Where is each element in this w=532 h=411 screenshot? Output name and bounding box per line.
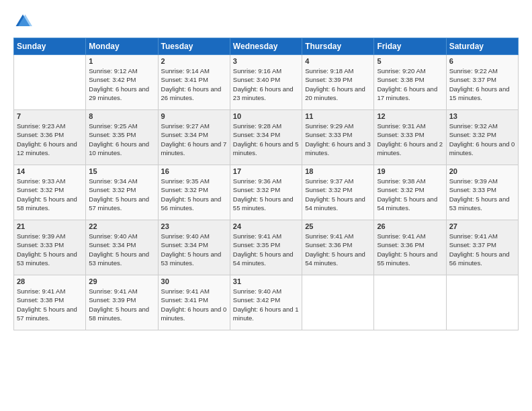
day-number: 11 <box>305 112 371 120</box>
calendar-cell: 1 Sunrise: 9:12 AM Sunset: 3:42 PM Dayli… <box>86 55 158 110</box>
week-row-5: 28 Sunrise: 9:41 AM Sunset: 3:38 PM Dayl… <box>14 275 519 330</box>
sunset-text: Sunset: 3:35 PM <box>89 131 136 138</box>
sunset-text: Sunset: 3:41 PM <box>161 76 208 83</box>
weekday-header-saturday: Saturday <box>446 38 518 55</box>
sunset-text: Sunset: 3:39 PM <box>89 296 136 304</box>
day-info: Sunrise: 9:28 AM Sunset: 3:34 PM Dayligh… <box>233 122 299 157</box>
day-info: Sunrise: 9:20 AM Sunset: 3:38 PM Dayligh… <box>377 66 443 102</box>
day-info: Sunrise: 9:41 AM Sunset: 3:36 PM Dayligh… <box>377 232 443 267</box>
day-info: Sunrise: 9:41 AM Sunset: 3:39 PM Dayligh… <box>89 287 154 322</box>
daylight-text: Daylight: 6 hours and 15 minutes. <box>449 85 510 101</box>
calendar-cell <box>374 275 446 330</box>
calendar-cell: 2 Sunrise: 9:14 AM Sunset: 3:41 PM Dayli… <box>158 55 230 110</box>
calendar-cell: 24 Sunrise: 9:41 AM Sunset: 3:35 PM Dayl… <box>230 220 302 275</box>
sunset-text: Sunset: 3:33 PM <box>305 131 352 138</box>
day-info: Sunrise: 9:29 AM Sunset: 3:33 PM Dayligh… <box>305 122 371 157</box>
day-number: 10 <box>233 112 299 120</box>
calendar-cell: 3 Sunrise: 9:16 AM Sunset: 3:40 PM Dayli… <box>230 55 302 110</box>
day-info: Sunrise: 9:12 AM Sunset: 3:42 PM Dayligh… <box>89 66 154 102</box>
day-info: Sunrise: 9:33 AM Sunset: 3:32 PM Dayligh… <box>17 177 83 212</box>
sunrise-text: Sunrise: 9:27 AM <box>161 122 210 130</box>
sunset-text: Sunset: 3:32 PM <box>305 186 352 193</box>
day-number: 23 <box>161 222 227 230</box>
daylight-text: Daylight: 6 hours and 12 minutes. <box>17 140 77 156</box>
sunset-text: Sunset: 3:39 PM <box>305 76 352 83</box>
day-info: Sunrise: 9:14 AM Sunset: 3:41 PM Dayligh… <box>161 66 227 102</box>
daylight-text: Daylight: 5 hours and 53 minutes. <box>449 195 510 212</box>
sunrise-text: Sunrise: 9:39 AM <box>449 177 498 185</box>
daylight-text: Daylight: 5 hours and 54 minutes. <box>233 250 294 267</box>
weekday-header-wednesday: Wednesday <box>230 38 302 55</box>
day-number: 27 <box>449 222 515 230</box>
calendar: SundayMondayTuesdayWednesdayThursdayFrid… <box>13 38 519 330</box>
sunset-text: Sunset: 3:42 PM <box>89 76 136 83</box>
day-number: 8 <box>89 112 154 120</box>
day-info: Sunrise: 9:39 AM Sunset: 3:33 PM Dayligh… <box>449 177 515 212</box>
day-info: Sunrise: 9:40 AM Sunset: 3:34 PM Dayligh… <box>161 232 227 267</box>
sunrise-text: Sunrise: 9:40 AM <box>89 232 137 240</box>
daylight-text: Daylight: 6 hours and 17 minutes. <box>377 85 437 101</box>
sunrise-text: Sunrise: 9:39 AM <box>17 232 65 240</box>
sunset-text: Sunset: 3:32 PM <box>17 186 64 193</box>
day-number: 13 <box>449 112 515 120</box>
calendar-cell: 26 Sunrise: 9:41 AM Sunset: 3:36 PM Dayl… <box>374 220 446 275</box>
day-number: 30 <box>161 277 227 285</box>
sunrise-text: Sunrise: 9:12 AM <box>89 67 137 75</box>
sunrise-text: Sunrise: 9:40 AM <box>161 232 210 240</box>
day-info: Sunrise: 9:41 AM Sunset: 3:37 PM Dayligh… <box>449 232 515 267</box>
calendar-cell: 30 Sunrise: 9:41 AM Sunset: 3:41 PM Dayl… <box>158 275 230 330</box>
sunset-text: Sunset: 3:41 PM <box>161 296 208 304</box>
daylight-text: Daylight: 6 hours and 0 minutes. <box>161 306 227 322</box>
header <box>13 12 519 31</box>
day-number: 22 <box>89 222 154 230</box>
weekday-header-tuesday: Tuesday <box>158 38 230 55</box>
day-number: 31 <box>233 277 299 285</box>
sunrise-text: Sunrise: 9:41 AM <box>377 232 425 240</box>
day-info: Sunrise: 9:25 AM Sunset: 3:35 PM Dayligh… <box>89 122 154 157</box>
day-info: Sunrise: 9:18 AM Sunset: 3:39 PM Dayligh… <box>305 66 371 102</box>
sunset-text: Sunset: 3:34 PM <box>161 131 208 138</box>
daylight-text: Daylight: 6 hours and 7 minutes. <box>161 140 227 156</box>
day-info: Sunrise: 9:40 AM Sunset: 3:42 PM Dayligh… <box>233 287 299 322</box>
sunset-text: Sunset: 3:38 PM <box>377 76 424 83</box>
calendar-cell: 19 Sunrise: 9:38 AM Sunset: 3:32 PM Dayl… <box>374 165 446 220</box>
calendar-cell: 4 Sunrise: 9:18 AM Sunset: 3:39 PM Dayli… <box>302 55 374 110</box>
weekday-row: SundayMondayTuesdayWednesdayThursdayFrid… <box>14 38 519 55</box>
calendar-cell: 28 Sunrise: 9:41 AM Sunset: 3:38 PM Dayl… <box>14 275 86 330</box>
week-row-1: 1 Sunrise: 9:12 AM Sunset: 3:42 PM Dayli… <box>14 55 519 110</box>
calendar-cell: 9 Sunrise: 9:27 AM Sunset: 3:34 PM Dayli… <box>158 110 230 165</box>
calendar-cell: 8 Sunrise: 9:25 AM Sunset: 3:35 PM Dayli… <box>86 110 158 165</box>
day-info: Sunrise: 9:27 AM Sunset: 3:34 PM Dayligh… <box>161 122 227 157</box>
sunrise-text: Sunrise: 9:35 AM <box>161 177 210 185</box>
sunrise-text: Sunrise: 9:41 AM <box>305 232 353 240</box>
daylight-text: Daylight: 6 hours and 0 minutes. <box>449 140 515 156</box>
daylight-text: Daylight: 5 hours and 55 minutes. <box>377 250 437 267</box>
daylight-text: Daylight: 5 hours and 54 minutes. <box>305 195 365 212</box>
day-info: Sunrise: 9:41 AM Sunset: 3:38 PM Dayligh… <box>17 287 83 322</box>
daylight-text: Daylight: 5 hours and 54 minutes. <box>377 195 437 212</box>
sunset-text: Sunset: 3:36 PM <box>377 241 424 248</box>
sunrise-text: Sunrise: 9:41 AM <box>89 287 137 295</box>
day-info: Sunrise: 9:41 AM Sunset: 3:35 PM Dayligh… <box>233 232 299 267</box>
sunrise-text: Sunrise: 9:41 AM <box>233 232 281 240</box>
page: SundayMondayTuesdayWednesdayThursdayFrid… <box>0 0 532 411</box>
day-number: 25 <box>305 222 371 230</box>
daylight-text: Daylight: 5 hours and 53 minutes. <box>161 250 222 267</box>
day-info: Sunrise: 9:35 AM Sunset: 3:32 PM Dayligh… <box>161 177 227 212</box>
calendar-cell: 15 Sunrise: 9:34 AM Sunset: 3:32 PM Dayl… <box>86 165 158 220</box>
sunrise-text: Sunrise: 9:18 AM <box>305 67 353 75</box>
sunrise-text: Sunrise: 9:37 AM <box>305 177 353 185</box>
sunrise-text: Sunrise: 9:38 AM <box>377 177 425 185</box>
day-info: Sunrise: 9:22 AM Sunset: 3:37 PM Dayligh… <box>449 66 515 102</box>
sunrise-text: Sunrise: 9:32 AM <box>449 122 498 130</box>
sunrise-text: Sunrise: 9:41 AM <box>449 232 498 240</box>
calendar-cell: 22 Sunrise: 9:40 AM Sunset: 3:34 PM Dayl… <box>86 220 158 275</box>
daylight-text: Daylight: 5 hours and 57 minutes. <box>89 195 149 212</box>
day-number: 15 <box>89 167 154 175</box>
calendar-cell: 12 Sunrise: 9:31 AM Sunset: 3:33 PM Dayl… <box>374 110 446 165</box>
sunrise-text: Sunrise: 9:40 AM <box>233 287 281 295</box>
calendar-cell: 5 Sunrise: 9:20 AM Sunset: 3:38 PM Dayli… <box>374 55 446 110</box>
day-number: 9 <box>161 112 227 120</box>
sunset-text: Sunset: 3:40 PM <box>233 76 280 83</box>
day-number: 12 <box>377 112 443 120</box>
